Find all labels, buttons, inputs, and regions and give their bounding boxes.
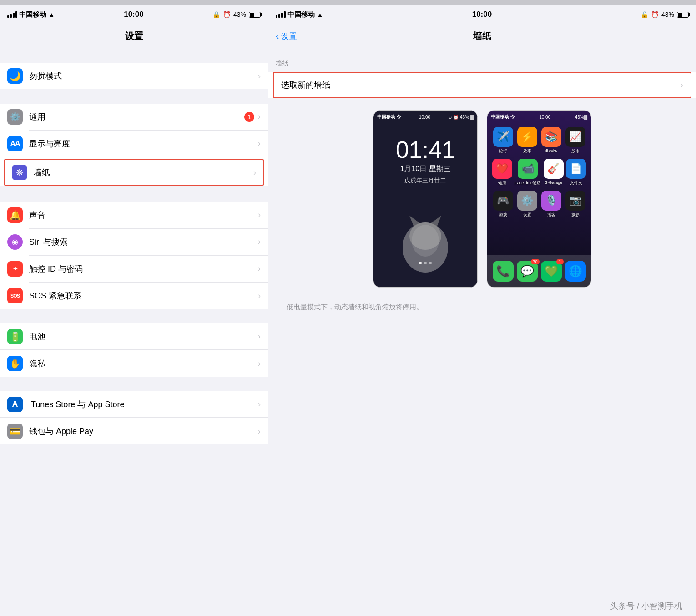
row-general[interactable]: ⚙️ 通用 1 › [0, 104, 268, 130]
preview-lock-status: 中国移动 令 10:00 ⊙ ⏰ 43% ▓ [373, 111, 477, 123]
itunes-label: iTunes Store 与 App Store [29, 399, 258, 410]
app-facetime: 📹 FaceTime通话 [514, 159, 541, 186]
row-battery[interactable]: 🔋 电池 › [0, 323, 268, 350]
back-button[interactable]: ‹ 设置 [276, 30, 297, 42]
back-label: 设置 [281, 31, 297, 42]
app-facetime-label: FaceTime通话 [514, 180, 541, 186]
preview-home-time: 10:00 [539, 115, 550, 120]
battery-label: 电池 [29, 331, 258, 342]
select-wallpaper-row[interactable]: 选取新的墙纸 › [273, 72, 691, 98]
carrier-text: 中国移动 [19, 10, 46, 19]
app-camera-icon: 📷 [565, 191, 585, 211]
app-games-label: 游戏 [499, 212, 507, 218]
privacy-label: 隐私 [29, 358, 258, 369]
app-camera: 📷 摄影 [565, 191, 585, 218]
section-sound-group: 🔔 声音 › ◉ Siri 与搜索 › ✦ 触控 ID 与密码 › [0, 202, 268, 309]
right-nav-header: ‹ 设置 墙纸 [268, 25, 696, 48]
bar1 [7, 15, 9, 18]
dock-messages: 💬 70 [517, 261, 538, 282]
right-alarm-icon: ⏰ [651, 11, 659, 18]
divider-display [29, 157, 268, 157]
lock-icon: 🔒 [212, 11, 220, 18]
left-carrier: 中国移动 ▲ [7, 10, 55, 19]
device-wrapper: 中国移动 ▲ 10:00 🔒 ⏰ 43% 设置 🌙 [0, 5, 696, 616]
right-lock-icon: 🔒 [641, 11, 648, 18]
section-donotdisturb: 🌙 勿扰模式 › [0, 63, 268, 89]
alarm-icon: ⏰ [223, 11, 231, 18]
wallpaper-label: 墙纸 [34, 167, 253, 178]
section-sep-top [0, 48, 268, 63]
right-time: 10:00 [472, 10, 492, 19]
cat-area [393, 194, 457, 287]
preview-home-carrier: 中国移动 令 [491, 114, 515, 120]
app-efficiency-icon: ⚡ [517, 127, 537, 147]
section-sep-bottom [0, 444, 268, 459]
general-chevron: › [258, 112, 261, 121]
lockscreen-time-area: 01:41 1月10日 星期三 戊戌年三月廿二 [396, 138, 455, 185]
lockscreen-preview[interactable]: 中国移动 令 10:00 ⊙ ⏰ 43% ▓ 01:41 1月10日 星期三 戊… [373, 110, 478, 288]
sound-icon: 🔔 [7, 207, 23, 223]
sos-label: SOS 紧急联系 [29, 290, 258, 301]
rbar4 [284, 11, 286, 18]
row-itunes[interactable]: A iTunes Store 与 App Store › [0, 391, 268, 418]
app-podcast-icon: 🎙️ [541, 191, 561, 211]
select-wallpaper-chevron: › [681, 81, 683, 90]
left-battery-area: 🔒 ⏰ 43% [212, 11, 261, 18]
siri-icon: ◉ [7, 234, 23, 250]
row-touchid[interactable]: ✦ 触控 ID 与密码 › [0, 256, 268, 282]
wallpaper-icon: ❋ [12, 165, 27, 180]
app-games-icon: 🎮 [493, 191, 513, 211]
right-wifi-icon: ▲ [317, 11, 323, 19]
back-chevron-icon: ‹ [276, 30, 279, 42]
wallet-chevron: › [258, 427, 261, 436]
right-battery-percent: 43% [661, 11, 674, 18]
row-privacy[interactable]: ✋ 隐私 › [0, 350, 268, 377]
bar3 [13, 13, 15, 18]
select-wallpaper-label: 选取新的墙纸 [281, 80, 681, 91]
preview-home-status: 中国移动 令 10:00 43%▓ [487, 111, 591, 123]
watermark: 头条号 / 小智测手机 [610, 601, 682, 611]
section-battery-group: 🔋 电池 › ✋ 隐私 › [0, 323, 268, 377]
app-health: ❤️ 健康 [492, 159, 512, 186]
left-settings-list[interactable]: 🌙 勿扰模式 › ⚙️ 通用 1 › AA 显示与亮度 › [0, 48, 268, 616]
left-status-bar: 中国移动 ▲ 10:00 🔒 ⏰ 43% [0, 5, 268, 25]
home-row-3: 🎮 游戏 ⚙️ 设置 🎙️ 播客 [491, 191, 587, 218]
touchid-icon: ✦ [7, 261, 23, 277]
app-files-label: 文件夹 [570, 180, 582, 186]
homescreen-preview[interactable]: 中国移动 令 10:00 43%▓ ✈️ 旅行 ⚡ [487, 110, 591, 288]
app-garage-icon: 🎸 [544, 159, 564, 179]
touchid-label: 触控 ID 与密码 [29, 263, 258, 274]
row-display[interactable]: AA 显示与亮度 › [0, 131, 268, 157]
row-wallet[interactable]: 💳 钱包与 Apple Pay › [0, 418, 268, 444]
touchid-chevron: › [258, 264, 261, 273]
section-sep-5 [0, 377, 268, 391]
app-health-icon: ❤️ [492, 159, 512, 179]
app-efficiency: ⚡ 效率 [517, 127, 537, 154]
row-sos[interactable]: SOS SOS 紧急联系 › [0, 283, 268, 309]
row-sound[interactable]: 🔔 声音 › [0, 202, 268, 228]
section-sep-2 [0, 89, 268, 104]
bar2 [10, 14, 12, 18]
app-camera-label: 摄影 [571, 212, 580, 218]
wallet-icon: 💳 [7, 424, 23, 439]
lock-date: 1月10日 星期三 [396, 164, 455, 174]
app-travel-label: 旅行 [499, 148, 507, 154]
right-status-bar: 中国移动 ▲ 10:00 🔒 ⏰ 43% [268, 5, 696, 25]
app-games: 🎮 游戏 [493, 191, 513, 218]
row-donotdisturb[interactable]: 🌙 勿扰模式 › [0, 63, 268, 89]
sound-label: 声音 [29, 210, 258, 221]
preview-lock-carrier: 中国移动 令 [377, 114, 401, 120]
right-signal-bars [276, 11, 286, 18]
app-health-label: 健康 [498, 180, 506, 186]
app-settings-label: 设置 [523, 212, 531, 218]
right-battery-icon [677, 12, 689, 18]
itunes-chevron: › [258, 399, 261, 409]
home-row-1: ✈️ 旅行 ⚡ 效率 📚 iBooks [491, 127, 587, 154]
select-wallpaper-container: 选取新的墙纸 › [268, 72, 696, 98]
row-wallpaper[interactable]: ❋ 墙纸 › [4, 159, 264, 186]
battery-chevron: › [258, 332, 261, 341]
row-siri[interactable]: ◉ Siri 与搜索 › [0, 229, 268, 255]
app-facetime-icon: 📹 [518, 159, 538, 179]
siri-label: Siri 与搜索 [29, 237, 258, 247]
home-dock: 📞 💬 70 💚 1 🌐 [487, 255, 591, 287]
